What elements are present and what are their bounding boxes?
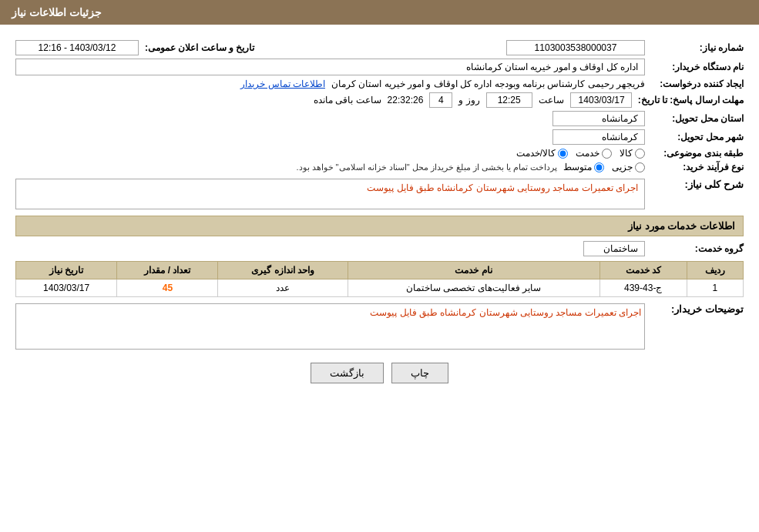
ostan-row: استان محل تحویل: کرمانشاه: [15, 111, 744, 126]
col-tedad: تعداد / مقدار: [117, 262, 218, 279]
page-wrapper: جزئیات اطلاعات نیاز شماره نیاز: 11030035…: [0, 0, 759, 532]
grooh-row: گروه خدمت: ساختمان: [15, 241, 744, 256]
shahr-row: شهر محل تحویل: کرمانشاه: [15, 129, 744, 145]
chap-button[interactable]: چاپ: [391, 363, 448, 383]
radio-jozii-input[interactable]: [635, 162, 645, 172]
radio-mottavasset-label: متوسط: [563, 162, 592, 172]
page-title: جزئیات اطلاعات نیاز: [12, 6, 102, 18]
page-header: جزئیات اطلاعات نیاز: [0, 0, 759, 25]
baqi-value: 22:32:26: [388, 95, 424, 105]
cell-tarikh: 1403/03/17: [16, 279, 117, 297]
grooh-label: گروه خدمت:: [651, 243, 744, 254]
radio-khadamat-label: خدمت: [576, 148, 599, 159]
bazgasht-button[interactable]: بازگشت: [311, 363, 384, 383]
mohlat-row: مهلت ارسال پاسخ: تا تاریخ: 1403/03/17 سا…: [15, 92, 744, 108]
radio-mottavasset: متوسط: [563, 162, 604, 172]
cell-tedad: 45: [117, 279, 218, 297]
shomara-niaz-value: 1103003538000037: [506, 40, 645, 55]
cell-kod: ج-43-439: [599, 279, 687, 297]
tabaqe-label: طبقه بندی موضوعی:: [651, 148, 744, 159]
shahr-label: شهر محل تحویل:: [651, 132, 744, 142]
mohlat-label: مهلت ارسال پاسخ: تا تاریخ:: [638, 95, 744, 105]
col-radif: ردیف: [687, 262, 743, 279]
radio-kala-khadamat: کالا/خدمت: [516, 148, 568, 159]
khadamat-section-title: اطلاعات خدمات مورد نیاز: [15, 216, 744, 236]
ostan-value: کرمانشاه: [552, 111, 645, 126]
cell-vahed: عدد: [218, 279, 348, 297]
radio-khadamat: خدمت: [576, 148, 612, 159]
shahr-value: کرمانشاه: [552, 129, 645, 145]
tabaqe-row: طبقه بندی موضوعی: کالا خدمت کالا/خدمت: [15, 148, 744, 159]
col-kod: کد خدمت: [599, 262, 687, 279]
tarikh-elaan-label: تاریخ و ساعت اعلان عمومی:: [145, 42, 254, 53]
col-nam: نام خدمت: [348, 262, 599, 279]
nooe-desc: پرداخت تمام یا بخشی از مبلغ خریداز محل "…: [296, 162, 557, 172]
saat-value: 12:25: [486, 92, 532, 108]
button-row: چاپ بازگشت: [15, 363, 744, 383]
khadamat-table: ردیف کد خدمت نام خدمت واحد اندازه گیری ت…: [15, 261, 744, 297]
nam-dastgah-label: نام دستگاه خریدار:: [651, 62, 744, 72]
shomara-tarikh-row: شماره نیاز: 1103003538000037 تاریخ و ساع…: [15, 40, 744, 55]
radio-mottavasset-input[interactable]: [594, 162, 604, 172]
ostan-label: استان محل تحویل:: [651, 113, 744, 124]
shomara-niaz-label: شماره نیاز:: [651, 42, 744, 53]
nooe-farayand-label: نوع فرآیند خرید:: [651, 162, 744, 172]
tozihat-box-wrapper: اجرای تعمیرات مساجد روستایی شهرستان کرما…: [15, 303, 645, 352]
radio-kala-khadamat-input[interactable]: [558, 149, 568, 159]
nam-dastgah-row: نام دستگاه خریدار: اداره کل اوقاف و امور…: [15, 59, 744, 75]
ijad-link[interactable]: اطلاعات تماس خریدار: [240, 79, 325, 89]
nooe-radios: جزیی متوسط: [563, 162, 645, 172]
radio-kala-khadamat-label: کالا/خدمت: [516, 148, 556, 159]
main-content: شماره نیاز: 1103003538000037 تاریخ و ساع…: [0, 25, 759, 391]
cell-nam: سایر فعالیت‌های تخصصی ساختمان: [348, 279, 599, 297]
tozihat-section: توضیحات خریدار: اجرای تعمیرات مساجد روست…: [15, 303, 744, 352]
radio-kala-input[interactable]: [635, 149, 645, 159]
col-tarikh: تاریخ نیاز: [16, 262, 117, 279]
cell-radif: 1: [687, 279, 743, 297]
rooz-label: روز و: [458, 95, 479, 105]
tarikh-value: 1403/03/17: [570, 92, 632, 108]
nam-dastgah-value: اداره کل اوقاف و امور خیریه استان کرمانش…: [15, 59, 645, 75]
grooh-value: ساختمان: [583, 241, 645, 256]
ijad-label: ایجاد کننده درخواست:: [651, 79, 744, 89]
ijad-row: ایجاد کننده درخواست: فریجهر رحیمی کارشنا…: [15, 79, 744, 89]
rooz-value: 4: [429, 92, 452, 108]
tabaqe-radios: کالا خدمت کالا/خدمت: [516, 148, 645, 159]
sharh-section-title: شرح کلی نیاز:: [651, 179, 744, 190]
ijad-value: فریجهر رحیمی کارشناس برنامه وبودجه اداره…: [331, 79, 645, 89]
nooe-farayand-row: نوع فرآیند خرید: جزیی متوسط پرداخت تمام …: [15, 162, 744, 172]
tarikh-elaan-value: 1403/03/12 - 12:16: [15, 40, 139, 55]
table-row: 1 ج-43-439 سایر فعالیت‌های تخصصی ساختمان…: [16, 279, 744, 297]
radio-kala: کالا: [620, 148, 645, 159]
radio-jozii: جزیی: [612, 162, 645, 172]
radio-khadamat-input[interactable]: [602, 149, 612, 159]
sharh-value: اجرای تعمیرات مساجد روستایی شهرستان کرما…: [15, 179, 645, 209]
saat-label: ساعت: [539, 95, 564, 105]
col-vahed: واحد اندازه گیری: [218, 262, 348, 279]
radio-jozii-label: جزیی: [612, 162, 633, 172]
sharh-section: شرح کلی نیاز: اجرای تعمیرات مساجد روستای…: [15, 179, 744, 209]
tozihat-textarea[interactable]: اجرای تعمیرات مساجد روستایی شهرستان کرما…: [15, 303, 645, 350]
tozihat-label: توضیحات خریدار:: [651, 303, 744, 315]
radio-kala-label: کالا: [620, 148, 633, 159]
sharh-box-wrapper: اجرای تعمیرات مساجد روستایی شهرستان کرما…: [15, 179, 645, 209]
baqi-label: ساعت باقی مانده: [314, 95, 381, 105]
